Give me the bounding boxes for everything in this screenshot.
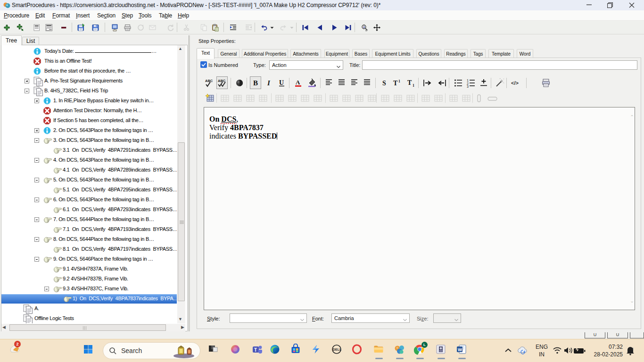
svg-text:</>: </>	[511, 80, 519, 86]
svg-text:I: I	[267, 79, 271, 87]
svg-text:B: B	[253, 79, 258, 87]
svg-text:1: 1	[398, 79, 400, 83]
svg-text:U: U	[279, 79, 284, 86]
svg-text:1: 1	[467, 79, 469, 82]
svg-text:ABC: ABC	[205, 79, 213, 83]
svg-text:T: T	[393, 80, 398, 87]
svg-text:A: A	[296, 79, 300, 86]
svg-text:1: 1	[413, 83, 414, 88]
svg-text:T: T	[407, 79, 412, 86]
svg-text:ABC: ABC	[218, 79, 226, 83]
svg-text:z: z	[632, 347, 634, 350]
svg-text:A: A	[363, 25, 365, 29]
svg-text:S: S	[382, 80, 386, 87]
svg-text:3: 3	[467, 85, 469, 88]
